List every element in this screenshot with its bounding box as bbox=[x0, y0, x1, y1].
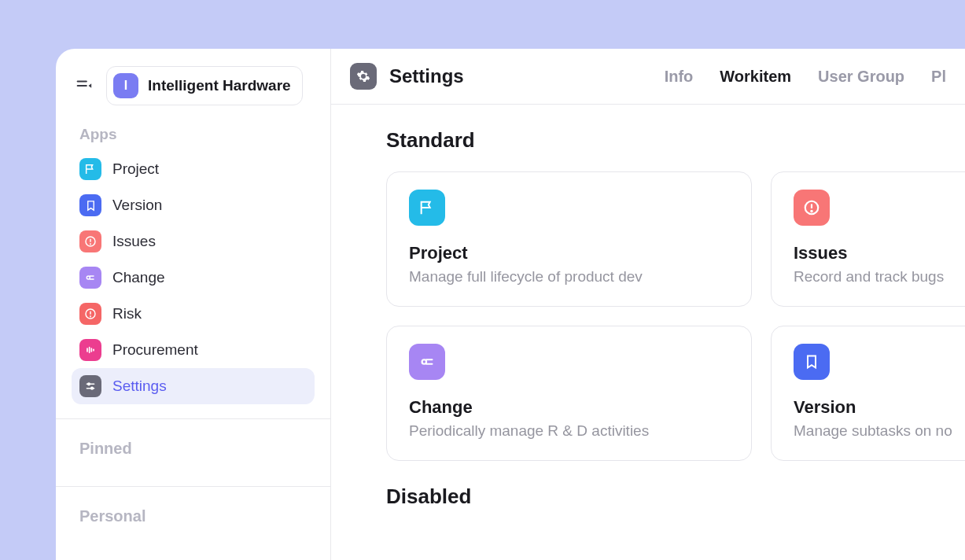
svg-point-11 bbox=[90, 316, 91, 317]
svg-point-22 bbox=[811, 211, 812, 212]
main-header: Settings Info Workitem User Group Pl bbox=[331, 49, 965, 105]
sidebar-item-risk[interactable]: Risk bbox=[72, 296, 315, 332]
page-title: Settings bbox=[389, 65, 464, 87]
svg-point-5 bbox=[90, 244, 91, 245]
card-desc: Record and track bugs bbox=[794, 268, 965, 286]
tab-info[interactable]: Info bbox=[665, 68, 694, 86]
card-project[interactable]: Project Manage full lifecycle of product… bbox=[386, 171, 752, 307]
card-desc: Manage full lifecycle of product dev bbox=[409, 268, 729, 286]
workspace-name: Intelligent Hardware bbox=[148, 77, 291, 94]
workspace-selector[interactable]: I Intelligent Hardware bbox=[106, 66, 303, 105]
collapse-sidebar-button[interactable] bbox=[73, 75, 95, 97]
alert-icon bbox=[794, 190, 830, 226]
svg-point-23 bbox=[422, 359, 427, 364]
card-desc: Manage subtasks on no bbox=[794, 422, 965, 440]
content-area: Standard Project Manage full lifecycle o… bbox=[331, 105, 965, 528]
svg-point-19 bbox=[91, 387, 94, 389]
card-title: Project bbox=[409, 243, 729, 263]
header-tabs: Info Workitem User Group Pl bbox=[665, 68, 946, 86]
flag-icon bbox=[409, 190, 445, 226]
main-panel: Settings Info Workitem User Group Pl Sta… bbox=[331, 49, 965, 560]
tab-user-group[interactable]: User Group bbox=[818, 68, 904, 86]
app-window: I Intelligent Hardware Apps Project Vers… bbox=[56, 49, 965, 560]
sidebar-item-label: Settings bbox=[112, 378, 167, 395]
card-title: Change bbox=[409, 397, 729, 418]
bookmark-icon bbox=[79, 194, 101, 216]
sidebar-item-project[interactable]: Project bbox=[72, 151, 315, 187]
gear-icon bbox=[350, 63, 377, 90]
card-row: Change Periodically manage R & D activit… bbox=[386, 326, 910, 461]
sidebar-item-issues[interactable]: Issues bbox=[72, 223, 315, 260]
card-change[interactable]: Change Periodically manage R & D activit… bbox=[386, 326, 752, 461]
sidebar-item-version[interactable]: Version bbox=[72, 187, 315, 223]
swap-icon bbox=[79, 267, 101, 289]
card-row: Project Manage full lifecycle of product… bbox=[386, 171, 910, 307]
sidebar-item-procurement[interactable]: Procurement bbox=[72, 332, 315, 368]
sidebar-section-pinned: Pinned bbox=[56, 433, 330, 472]
svg-point-17 bbox=[88, 383, 90, 385]
section-title-disabled: Disabled bbox=[386, 484, 910, 509]
sidebar: I Intelligent Hardware Apps Project Vers… bbox=[56, 49, 331, 560]
card-desc: Periodically manage R & D activities bbox=[409, 422, 729, 440]
card-title: Issues bbox=[794, 243, 965, 263]
sidebar-item-label: Change bbox=[112, 269, 165, 286]
bars-icon bbox=[79, 339, 101, 361]
card-issues[interactable]: Issues Record and track bugs bbox=[771, 171, 965, 307]
workspace-avatar: I bbox=[113, 73, 138, 98]
sidebar-nav-list: Project Version Issues Change bbox=[56, 151, 330, 404]
sidebar-item-label: Project bbox=[112, 160, 159, 178]
section-title-standard: Standard bbox=[386, 128, 910, 153]
alert-icon bbox=[79, 230, 101, 252]
section-disabled: Disabled bbox=[386, 484, 910, 509]
collapse-icon bbox=[76, 77, 93, 94]
sidebar-item-settings[interactable]: Settings bbox=[72, 368, 315, 404]
sidebar-item-change[interactable]: Change bbox=[72, 260, 315, 296]
sidebar-section-personal: Personal bbox=[56, 501, 330, 540]
sidebar-item-label: Procurement bbox=[112, 341, 198, 359]
sidebar-item-label: Version bbox=[112, 197, 162, 214]
divider bbox=[56, 486, 330, 487]
alert-icon bbox=[79, 303, 101, 325]
swap-icon bbox=[409, 344, 445, 380]
card-version[interactable]: Version Manage subtasks on no bbox=[771, 326, 965, 461]
sidebar-section-apps: Apps bbox=[56, 121, 330, 151]
sidebar-item-label: Issues bbox=[112, 233, 156, 250]
bookmark-icon bbox=[794, 344, 830, 380]
sidebar-item-label: Risk bbox=[112, 305, 142, 322]
svg-marker-2 bbox=[89, 83, 92, 88]
tab-workitem[interactable]: Workitem bbox=[720, 68, 791, 86]
tab-pl[interactable]: Pl bbox=[931, 68, 946, 86]
card-title: Version bbox=[794, 397, 965, 418]
flag-icon bbox=[79, 158, 101, 180]
svg-point-6 bbox=[87, 276, 90, 279]
sidebar-header: I Intelligent Hardware bbox=[56, 49, 330, 121]
sliders-icon bbox=[79, 375, 101, 397]
divider bbox=[56, 418, 330, 419]
